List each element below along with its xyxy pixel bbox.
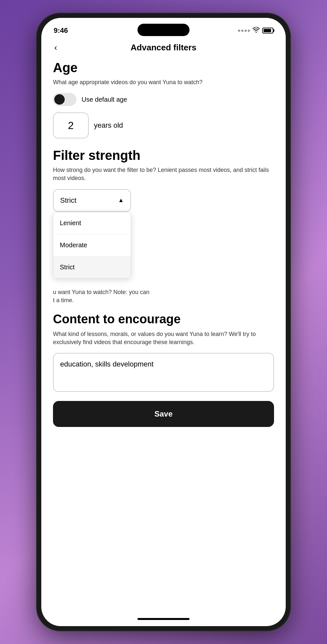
filter-dropdown-value: Strict <box>60 196 76 205</box>
encourage-description: What kind of lessons, morals, or values … <box>53 330 274 346</box>
phone-shell: 9:46 <box>37 13 290 631</box>
battery-icon <box>262 28 273 33</box>
age-title: Age <box>53 60 274 75</box>
filter-dropdown-trigger[interactable]: Strict ▲ <box>53 189 131 212</box>
partial-text-2: t a time. <box>53 296 274 304</box>
age-unit-label: years old <box>94 121 123 130</box>
age-description: What age appropriate videos do you want … <box>53 78 274 86</box>
screen-content[interactable]: ‹ Advanced filters Age What age appropri… <box>41 37 286 612</box>
status-time: 9:46 <box>54 26 68 35</box>
partial-text-1: u want Yuna to watch? Note: you can <box>53 288 274 296</box>
svg-point-0 <box>256 32 257 33</box>
home-indicator <box>41 612 286 626</box>
filter-dropdown-menu: Lenient Moderate Strict <box>53 212 131 278</box>
filter-strength-description: How strong do you want the filter to be?… <box>53 166 274 182</box>
age-input-row: 2 years old <box>53 112 274 138</box>
dropdown-item-strict[interactable]: Strict <box>53 256 131 278</box>
age-section: Age What age appropriate videos do you w… <box>53 60 274 138</box>
age-input[interactable]: 2 <box>53 112 89 138</box>
phone-screen: 9:46 <box>41 18 286 626</box>
dropdown-item-moderate[interactable]: Moderate <box>53 234 131 256</box>
save-button[interactable]: Save <box>53 401 274 427</box>
chevron-up-icon: ▲ <box>118 197 124 204</box>
filter-strength-section: Filter strength How strong do you want t… <box>53 148 274 278</box>
back-button[interactable]: ‹ <box>53 41 59 54</box>
dropdown-item-lenient[interactable]: Lenient <box>53 212 131 234</box>
encourage-input[interactable] <box>53 353 274 392</box>
signal-icon <box>238 30 250 32</box>
nav-header: ‹ Advanced filters <box>53 37 274 60</box>
wifi-icon <box>253 27 260 34</box>
toggle-label: Use default age <box>82 96 127 103</box>
toggle-row: Use default age <box>53 93 274 106</box>
dynamic-island <box>137 24 190 36</box>
filter-strength-title: Filter strength <box>53 148 274 163</box>
partial-content: u want Yuna to watch? Note: you can t a … <box>53 288 274 304</box>
status-icons <box>238 27 273 34</box>
home-bar <box>137 618 190 620</box>
page-title: Advanced filters <box>131 43 196 53</box>
default-age-toggle[interactable] <box>53 93 76 106</box>
filter-dropdown-container: Strict ▲ Lenient Moderate Strict <box>53 189 274 278</box>
encourage-title: Content to encourage <box>53 312 274 326</box>
content-encourage-section: Content to encourage What kind of lesson… <box>53 312 274 427</box>
